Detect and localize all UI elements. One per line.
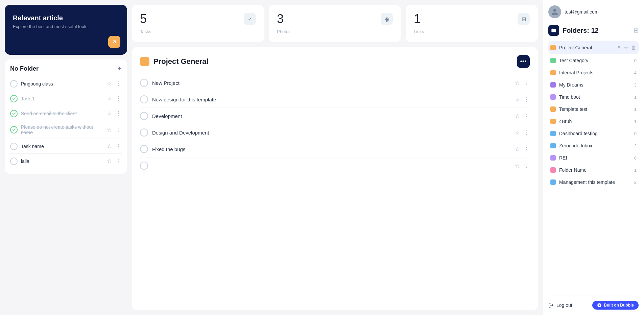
- task-star-button[interactable]: ☆: [106, 110, 112, 117]
- stats-row: 5 ✓ Tasks 3 ◉ Photos 1 ⊟ Links: [132, 5, 538, 42]
- folder-edit-buttons: ✏ 🗑: [624, 44, 637, 51]
- folders-title-group: Folders: 12: [548, 25, 599, 36]
- folder-name: Dashboard testing: [559, 131, 631, 136]
- project-more-button[interactable]: •••: [517, 55, 530, 68]
- folders-icon: [548, 25, 559, 36]
- stat-label: Links: [414, 29, 530, 34]
- task-star-button[interactable]: ☆: [106, 142, 112, 150]
- folder-count: 1: [634, 107, 637, 112]
- folder-color-dot: [550, 106, 556, 112]
- stat-icon: ✓: [244, 13, 256, 25]
- task-more-button[interactable]: ⋮: [115, 80, 122, 88]
- folder-item[interactable]: My Dreams 3: [548, 79, 639, 91]
- task-item: Please do not create tasks without name …: [10, 121, 122, 139]
- project-task-star-button[interactable]: ☆: [514, 79, 520, 87]
- task-check[interactable]: [10, 110, 18, 117]
- folder-item[interactable]: Folder Name 1: [548, 164, 639, 176]
- built-on-bubble-button[interactable]: Built on Bubble: [592, 301, 639, 310]
- task-star-button[interactable]: ☆: [106, 80, 112, 88]
- task-more-button[interactable]: ⋮: [115, 157, 122, 165]
- folder-item[interactable]: Dashboard testing 0: [548, 128, 639, 139]
- project-task-star-button[interactable]: ☆: [514, 112, 520, 120]
- folder-item[interactable]: Time boot 1: [548, 91, 639, 103]
- task-check[interactable]: [10, 143, 18, 150]
- folder-color-dot: [550, 179, 556, 185]
- task-more-button[interactable]: ⋮: [115, 95, 122, 102]
- folder-item[interactable]: Project General 5 ✏ 🗑: [548, 41, 639, 54]
- no-folder-header: No Folder +: [10, 65, 122, 72]
- project-task-actions: ☆ ⋮: [514, 129, 530, 137]
- project-task-actions: ☆ ⋮: [514, 79, 530, 87]
- task-check[interactable]: [10, 95, 18, 102]
- svg-point-3: [599, 305, 600, 306]
- stat-number: 3: [277, 13, 284, 25]
- promo-subtitle: Explore the best and most useful tools: [13, 24, 119, 29]
- folders-header: Folders: 12 ⊞: [548, 25, 639, 36]
- stat-icon: ◉: [381, 13, 393, 25]
- task-star-button[interactable]: ☆: [106, 126, 112, 134]
- folder-color-dot: [550, 45, 556, 50]
- folder-item[interactable]: Internal Projects 4: [548, 67, 639, 78]
- project-task-item[interactable]: ☆ ⋮: [140, 158, 530, 174]
- folder-item[interactable]: Test Category 0: [548, 55, 639, 66]
- task-list: Pingpong class ☆ ⋮ Task 1 ☆ ⋮ Se: [10, 76, 122, 168]
- project-task-actions: ☆ ⋮: [514, 96, 530, 103]
- project-task-item[interactable]: Development ☆ ⋮: [140, 108, 530, 124]
- task-check[interactable]: [10, 80, 18, 88]
- task-actions: ☆ ⋮: [106, 126, 122, 134]
- promo-arrow-button[interactable]: [108, 36, 120, 48]
- logout-button[interactable]: Log out: [548, 302, 572, 308]
- project-task-star-button[interactable]: ☆: [514, 96, 520, 103]
- project-task-more-button[interactable]: ⋮: [523, 145, 530, 153]
- project-task-more-button[interactable]: ⋮: [523, 79, 530, 87]
- folders-title: Folders: 12: [563, 27, 599, 34]
- user-email: test@gmail.com: [565, 9, 599, 15]
- folder-item[interactable]: 4Bruh 1: [548, 116, 639, 127]
- project-task-check[interactable]: [140, 128, 148, 137]
- project-task-more-button[interactable]: ⋮: [523, 96, 530, 103]
- project-task-check[interactable]: [140, 162, 148, 170]
- task-actions: ☆ ⋮: [106, 110, 122, 117]
- project-task-check[interactable]: [140, 145, 148, 153]
- task-more-button[interactable]: ⋮: [115, 142, 122, 150]
- project-task-more-button[interactable]: ⋮: [523, 129, 530, 137]
- project-task-item[interactable]: New design for this template ☆ ⋮: [140, 91, 530, 108]
- task-label: Send an email to the client: [21, 111, 103, 116]
- task-more-button[interactable]: ⋮: [115, 126, 122, 134]
- folder-item[interactable]: Management this template 2: [548, 176, 639, 188]
- folder-delete-button[interactable]: 🗑: [630, 44, 637, 51]
- task-actions: ☆ ⋮: [106, 95, 122, 102]
- project-task-list: New Project ☆ ⋮ New design for this temp…: [140, 75, 530, 174]
- project-task-more-button[interactable]: ⋮: [523, 162, 530, 170]
- project-task-star-button[interactable]: ☆: [514, 162, 520, 170]
- project-task-item[interactable]: Fixed the bugs ☆ ⋮: [140, 141, 530, 158]
- stat-card: 5 ✓ Tasks: [132, 5, 264, 42]
- project-task-star-button[interactable]: ☆: [514, 145, 520, 153]
- project-task-star-button[interactable]: ☆: [514, 129, 520, 137]
- project-task-item[interactable]: New Project ☆ ⋮: [140, 75, 530, 91]
- folder-count: 3: [634, 82, 637, 88]
- project-task-item[interactable]: Design and Development ☆ ⋮: [140, 124, 530, 141]
- project-task-more-button[interactable]: ⋮: [523, 112, 530, 120]
- project-task-check[interactable]: [140, 95, 148, 103]
- task-check[interactable]: [10, 126, 18, 134]
- folder-edit-button[interactable]: ✏: [624, 44, 629, 51]
- grid-icon[interactable]: ⊞: [634, 27, 639, 34]
- folder-item[interactable]: Zeroqode Inbox 2: [548, 140, 639, 151]
- no-folder-section: No Folder + Pingpong class ☆ ⋮ Task 1: [5, 59, 127, 174]
- task-star-button[interactable]: ☆: [106, 95, 112, 102]
- project-task-check[interactable]: [140, 112, 148, 120]
- task-star-button[interactable]: ☆: [106, 157, 112, 165]
- folder-name: Zeroqode Inbox: [559, 143, 631, 148]
- task-item: Task 1 ☆ ⋮: [10, 91, 122, 106]
- project-task-check[interactable]: [140, 79, 148, 87]
- folder-item[interactable]: REI 0: [548, 152, 639, 164]
- stat-top: 3 ◉: [277, 13, 393, 25]
- folder-item[interactable]: Template test 1: [548, 103, 639, 115]
- add-task-button[interactable]: +: [117, 65, 122, 72]
- project-color-dot: [140, 57, 149, 66]
- task-more-button[interactable]: ⋮: [115, 110, 122, 117]
- task-check[interactable]: [10, 158, 18, 165]
- project-task-actions: ☆ ⋮: [514, 162, 530, 170]
- project-task-label: Development: [152, 113, 510, 119]
